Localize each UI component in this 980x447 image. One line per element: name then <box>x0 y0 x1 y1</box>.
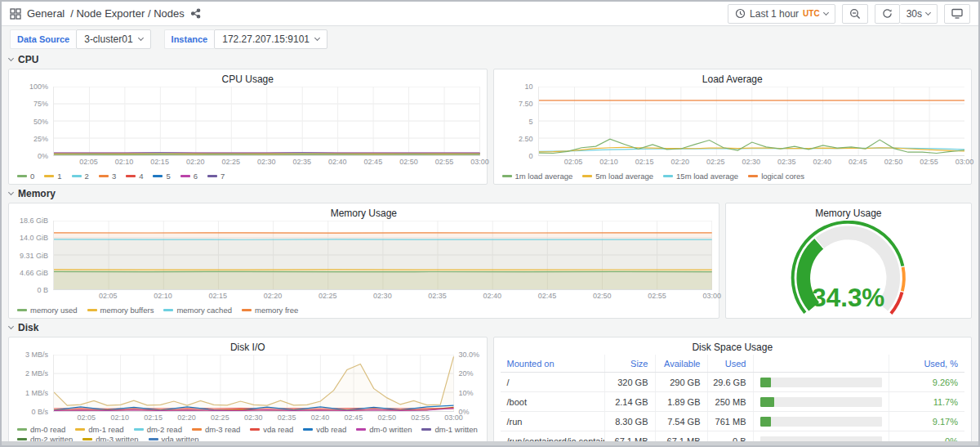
column-header-mount[interactable]: Mounted on <box>501 355 605 372</box>
legend-item[interactable]: dm-1 read <box>75 425 123 434</box>
axis-tick-label: 02:20 <box>186 158 205 166</box>
breadcrumb[interactable]: / Node Exporter / Nodes <box>70 7 184 20</box>
panel-title[interactable]: Memory Usage <box>16 206 712 221</box>
refresh-interval-dropdown[interactable]: 30s <box>900 4 938 24</box>
axis-tick-label: 9.31 GiB <box>20 252 48 260</box>
legend-label: memory free <box>255 306 298 315</box>
cell-used: 250 MB <box>708 392 754 411</box>
disk-io-chart[interactable]: 3 MB/s2 MB/s1 MB/s0 B/s30.0%20%10%0%02:0… <box>16 355 480 447</box>
legend-item[interactable]: 15m load average <box>663 172 738 181</box>
legend-item[interactable]: 3 <box>99 172 116 181</box>
legend-item[interactable]: 1m load average <box>502 172 573 181</box>
legend-item[interactable]: memory used <box>17 306 78 315</box>
legend-item[interactable]: dm-0 written <box>356 425 412 434</box>
axis-tick-label: 02:10 <box>115 158 134 166</box>
instance-dropdown[interactable]: 172.27.207.15:9101 <box>214 29 327 49</box>
memory-usage-chart[interactable]: 18.6 GiB14.0 GiB9.31 GiB4.66 GiB0 B02:05… <box>16 221 712 316</box>
legend-swatch <box>44 175 54 177</box>
legend-item[interactable]: 7 <box>207 172 225 181</box>
column-header-bar[interactable] <box>754 355 890 372</box>
column-header-available[interactable]: Available <box>656 355 708 372</box>
column-header-size[interactable]: Size <box>605 355 656 372</box>
legend-swatch <box>192 428 202 431</box>
panel-title[interactable]: Disk Space Usage <box>501 340 965 355</box>
x-axis: 02:0502:1002:1502:2002:2502:3002:3502:40… <box>53 290 712 302</box>
axis-tick-label: 02:25 <box>221 158 240 166</box>
panel-title[interactable]: Load Average <box>501 72 965 87</box>
legend-group: 1m load average5m load average15m load a… <box>502 172 804 181</box>
row-header-memory[interactable]: Memory <box>9 186 972 201</box>
legend-item[interactable]: vda read <box>250 425 293 434</box>
navbar-actions: Last 1 hour UTC 30s <box>728 4 970 24</box>
legend-item[interactable]: dm-1 written <box>421 425 477 434</box>
axis-tick-label: 75% <box>33 100 48 108</box>
legend-row: memory usedmemory buffersmemory cachedme… <box>17 303 712 316</box>
load-average-chart[interactable]: 107.5052.50002:0502:1002:1502:2002:2502:… <box>501 87 965 182</box>
cell-used: 29.6 GB <box>708 373 754 391</box>
breadcrumb-folder[interactable]: General <box>27 7 65 20</box>
svg-text:34.3%: 34.3% <box>812 284 884 312</box>
variable-data-source: Data Source 3-cluster01 <box>10 29 151 49</box>
legend-item[interactable]: dm-0 read <box>17 425 65 434</box>
legend-item[interactable]: dm-3 read <box>192 425 240 434</box>
axis-tick-label: 02:10 <box>110 413 129 422</box>
legend-label: 1 <box>57 172 61 181</box>
plot-area[interactable] <box>53 221 712 290</box>
data-source-dropdown[interactable]: 3-cluster01 <box>76 29 150 49</box>
legend-item[interactable]: 2 <box>72 172 89 181</box>
axis-tick-label: 0 <box>528 152 532 160</box>
refresh-button[interactable] <box>875 4 900 24</box>
table-row: /320 GB290 GB29.6 GB9.26% <box>501 373 965 392</box>
plot-area[interactable] <box>53 355 454 412</box>
time-range-picker[interactable]: Last 1 hour UTC <box>728 4 835 24</box>
panel-title[interactable]: Disk I/O <box>16 340 480 355</box>
column-header-used[interactable]: Used <box>708 355 754 372</box>
memory-panels: Memory Usage 18.6 GiB14.0 GiB9.31 GiB4.6… <box>8 203 972 319</box>
share-icon[interactable] <box>190 8 201 19</box>
legend-item[interactable]: 6 <box>180 172 198 181</box>
legend-item[interactable]: memory cached <box>163 306 232 315</box>
legend-swatch <box>502 175 512 177</box>
refresh-interval-label: 30s <box>906 8 922 20</box>
y-axis-left: 3 MB/s2 MB/s1 MB/s0 B/s <box>16 355 53 412</box>
row-header-cpu[interactable]: CPU <box>9 52 972 67</box>
legend-item[interactable]: 5m load average <box>582 172 653 181</box>
cell-mount: / <box>501 373 605 391</box>
horizontal-scrollbar[interactable] <box>2 441 978 445</box>
legend-swatch <box>99 175 109 177</box>
axis-tick-label: 03:00 <box>702 292 721 300</box>
axis-tick-label: 02:10 <box>154 292 172 300</box>
zoom-out-button[interactable] <box>842 4 868 24</box>
time-range-label: Last 1 hour <box>750 8 799 20</box>
legend-item[interactable]: memory buffers <box>87 306 154 315</box>
axis-tick-label: 02:35 <box>428 292 447 300</box>
panel-title[interactable]: Memory Usage <box>733 206 964 221</box>
kiosk-mode-button[interactable] <box>944 4 970 24</box>
legend-item[interactable]: vdb read <box>303 425 346 434</box>
cell-used_pct: 11.7% <box>889 392 964 411</box>
cell-available: 290 GB <box>656 373 708 391</box>
plot-area[interactable] <box>53 87 480 156</box>
plot-area[interactable] <box>538 87 965 156</box>
legend-label: memory used <box>30 306 78 315</box>
column-header-used_pct[interactable]: Used, % <box>889 355 964 372</box>
axis-tick-label: 02:35 <box>278 413 296 422</box>
legend-item[interactable]: logical cores <box>748 172 804 181</box>
table-row: /run8.30 GB7.54 GB761 MB9.17% <box>501 412 965 431</box>
cpu-usage-chart[interactable]: 100%75%50%25%0%02:0502:1002:1502:2002:25… <box>16 87 480 182</box>
y-axis-left: 18.6 GiB14.0 GiB9.31 GiB4.66 GiB0 B <box>16 221 53 290</box>
legend-item[interactable]: 0 <box>17 172 34 181</box>
axis-tick-label: 1 MB/s <box>25 389 48 397</box>
legend-item[interactable]: 4 <box>126 172 143 181</box>
axis-tick-label: 02:20 <box>670 158 689 166</box>
legend-item[interactable]: 1 <box>44 172 61 181</box>
legend-item[interactable]: dm-2 read <box>134 425 182 434</box>
legend-item[interactable]: 5 <box>153 172 170 181</box>
legend-swatch <box>663 175 673 177</box>
legend-item[interactable]: memory free <box>242 306 298 315</box>
row-header-disk[interactable]: Disk <box>9 320 972 335</box>
axis-tick-label: 02:20 <box>177 413 196 422</box>
legend: 01234567 <box>16 168 480 182</box>
axis-tick-label: 10% <box>459 389 474 397</box>
panel-title[interactable]: CPU Usage <box>16 72 480 87</box>
